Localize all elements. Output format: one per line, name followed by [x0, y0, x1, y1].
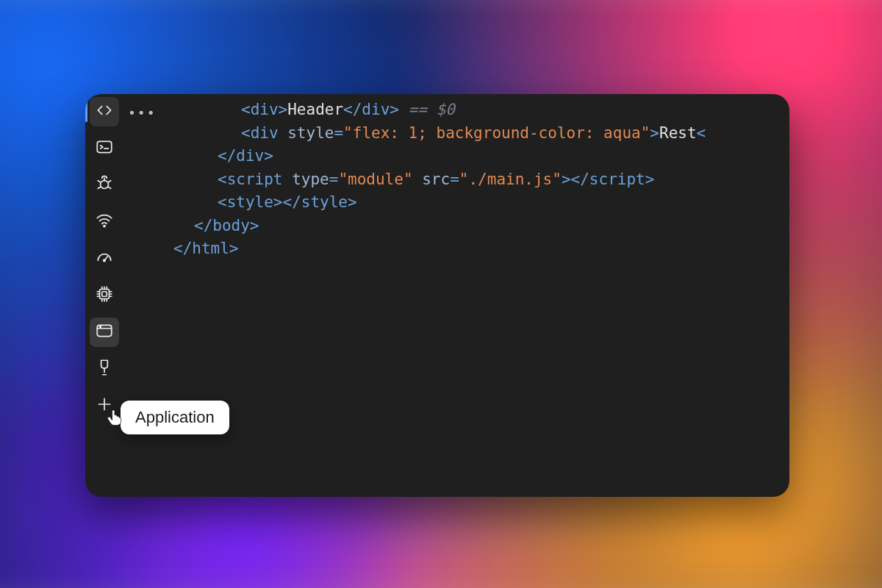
- code-line: </body>: [126, 215, 784, 238]
- code-line: </div>: [126, 145, 784, 168]
- html-string: module: [348, 171, 404, 188]
- selection-marker: == $0: [399, 101, 455, 118]
- console-tab-button[interactable]: [90, 134, 119, 163]
- html-string: ./main.js: [468, 171, 552, 188]
- memory-tab-button[interactable]: [90, 281, 119, 310]
- svg-point-2: [104, 226, 105, 227]
- html-tag: </script>: [571, 171, 655, 188]
- code-line: <div style="flex: 1; background-color: a…: [126, 122, 784, 146]
- chip-icon: [95, 284, 114, 306]
- html-tag: </body>: [194, 217, 259, 234]
- paintbrush-icon: [95, 358, 114, 380]
- html-tag: </div>: [218, 147, 273, 165]
- devtools-panel: ••• <div>Header</div> == $0 <div style="…: [85, 94, 789, 497]
- tooltip-label: Application: [135, 408, 215, 426]
- code-line: <script type="module" src="./main.js"></…: [126, 168, 784, 192]
- pointer-cursor-icon: [104, 406, 125, 430]
- html-tag: </html>: [173, 240, 239, 257]
- elements-tab-button[interactable]: [90, 97, 119, 126]
- html-tag: <style>: [218, 193, 283, 211]
- code-line: </html>: [126, 237, 784, 261]
- code-icon: [95, 101, 114, 123]
- code-line: <style></style>: [126, 191, 784, 215]
- code-line: <div>Header</div> == $0: [126, 98, 784, 122]
- styles-tab-button[interactable]: [90, 354, 119, 384]
- html-string: flex: 1; background-color: aqua: [353, 124, 641, 142]
- devtools-sidebar: [85, 94, 123, 497]
- svg-rect-4: [100, 290, 110, 299]
- wifi-icon: [95, 211, 114, 233]
- gauge-icon: [95, 248, 114, 270]
- application-icon: [95, 321, 114, 343]
- svg-point-3: [104, 259, 106, 262]
- html-tag: </div>: [343, 101, 399, 118]
- html-attr: style: [287, 124, 334, 142]
- html-text: Header: [287, 101, 343, 118]
- bug-icon: [95, 174, 114, 196]
- html-text: Rest: [659, 124, 697, 142]
- html-attr: type: [292, 171, 329, 188]
- svg-rect-5: [102, 292, 107, 297]
- performance-tab-button[interactable]: [90, 244, 119, 273]
- network-tab-button[interactable]: [90, 207, 119, 237]
- application-tab-button[interactable]: [90, 318, 119, 347]
- html-attr: src: [422, 171, 450, 188]
- html-tag: </style>: [283, 193, 357, 211]
- sources-tab-button[interactable]: [90, 171, 119, 200]
- html-tag: <div: [241, 124, 287, 142]
- svg-rect-0: [97, 141, 112, 152]
- more-options-button[interactable]: •••: [128, 103, 157, 123]
- sidebar-tooltip: Application: [121, 401, 229, 434]
- svg-point-7: [100, 326, 101, 328]
- terminal-icon: [95, 137, 114, 159]
- html-tag: <div>: [241, 101, 287, 118]
- svg-point-1: [101, 181, 109, 189]
- elements-source-view[interactable]: ••• <div>Header</div> == $0 <div style="…: [123, 94, 789, 497]
- html-tag: <script: [218, 171, 292, 188]
